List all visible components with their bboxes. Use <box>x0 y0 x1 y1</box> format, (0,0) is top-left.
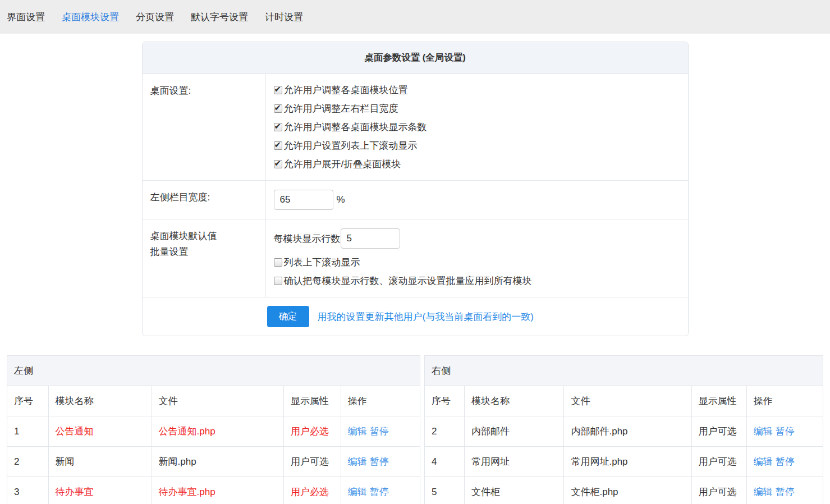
option-list-scroll-display[interactable]: 列表上下滚动显示 <box>274 253 688 272</box>
row-module-defaults: 桌面模块默认值 批量设置 每模块显示行数 列表上下滚动显示 确认把每模块显示行数… <box>143 219 688 297</box>
cell-file: 内部邮件.php <box>564 416 691 447</box>
cell-operations: 编辑暂停 <box>341 447 420 477</box>
checkbox-apply-to-all-modules[interactable] <box>274 277 282 285</box>
pause-link[interactable]: 暂停 <box>776 487 795 497</box>
left-table-title: 左侧 <box>7 356 420 386</box>
cell-file: 公告通知.php <box>152 416 284 447</box>
cell-no: 2 <box>7 447 49 477</box>
edit-link[interactable]: 编辑 <box>348 456 367 467</box>
tab-pagination-settings[interactable]: 分页设置 <box>136 11 174 24</box>
option-allow-adjust-column-width[interactable]: 允许用户调整左右栏目宽度 <box>274 99 688 118</box>
cell-operations: 编辑暂停 <box>341 416 420 447</box>
option-allow-adjust-row-count[interactable]: 允许用户调整各桌面模块显示条数 <box>274 118 688 136</box>
cell-display-attr: 用户可选 <box>691 416 746 447</box>
rows-per-module-input[interactable] <box>341 228 400 249</box>
row-actions: 确定 用我的设置更新其他用户(与我当前桌面看到的一致) <box>143 297 688 336</box>
option-allow-scroll-display[interactable]: 允许用户设置列表上下滚动显示 <box>274 136 688 155</box>
tab-default-font-settings[interactable]: 默认字号设置 <box>191 11 248 24</box>
col-header-attr: 显示属性 <box>284 386 341 416</box>
left-width-input[interactable] <box>274 190 333 210</box>
col-header-file: 文件 <box>152 386 284 416</box>
module-defaults-content: 每模块显示行数 列表上下滚动显示 确认把每模块显示行数、滚动显示设置批量应用到所… <box>266 219 688 297</box>
update-other-users-link[interactable]: 用我的设置更新其他用户(与我当前桌面看到的一致) <box>318 310 534 323</box>
edit-link[interactable]: 编辑 <box>348 426 367 437</box>
checkbox-allow-move-modules[interactable] <box>274 86 282 94</box>
col-header-attr: 显示属性 <box>691 386 746 416</box>
col-header-name: 模块名称 <box>464 386 564 416</box>
option-label: 允许用户调整各桌面模块显示条数 <box>284 121 427 134</box>
edit-link[interactable]: 编辑 <box>754 426 773 437</box>
checkbox-list-scroll-display[interactable] <box>274 258 282 267</box>
checkbox-allow-collapse-modules[interactable] <box>274 160 282 168</box>
option-allow-move-modules[interactable]: 允许用户调整各桌面模块位置 <box>274 81 688 99</box>
edit-link[interactable]: 编辑 <box>348 487 367 497</box>
option-label: 确认把每模块显示行数、滚动显示设置批量应用到所有模块 <box>284 274 532 287</box>
pause-link[interactable]: 暂停 <box>776 456 795 467</box>
left-modules-table: 左侧 序号 模块名称 文件 显示属性 操作 1 公告通知 公告通知.php 用户… <box>7 355 420 504</box>
rows-per-module-label: 每模块显示行数 <box>274 232 341 245</box>
table-row: 5 文件柜 文件柜.php 用户可选 编辑暂停 <box>424 477 823 504</box>
cell-display-attr: 用户可选 <box>691 447 746 477</box>
cell-no: 5 <box>424 477 464 504</box>
checkbox-allow-adjust-row-count[interactable] <box>274 123 282 131</box>
cell-operations: 编辑暂停 <box>746 477 823 504</box>
cell-file: 常用网址.php <box>564 447 691 477</box>
cell-operations: 编辑暂停 <box>746 447 823 477</box>
cell-module-name: 公告通知 <box>48 416 152 447</box>
right-table-title-row: 右侧 <box>424 356 823 386</box>
module-defaults-label-line1: 桌面模块默认值 <box>150 228 265 244</box>
table-row: 3 待办事宜 待办事宜.php 用户必选 编辑暂停 <box>7 477 420 504</box>
checkbox-allow-adjust-column-width[interactable] <box>274 104 282 113</box>
left-width-label: 左侧栏目宽度: <box>143 181 266 219</box>
cell-no: 4 <box>424 447 464 477</box>
right-table-header-row: 序号 模块名称 文件 显示属性 操作 <box>424 386 823 416</box>
pause-link[interactable]: 暂停 <box>776 426 795 437</box>
option-apply-to-all-modules[interactable]: 确认把每模块显示行数、滚动显示设置批量应用到所有模块 <box>274 272 688 290</box>
cell-module-name: 文件柜 <box>464 477 564 504</box>
cell-display-attr: 用户必选 <box>284 416 341 447</box>
cell-display-attr: 用户必选 <box>284 477 341 504</box>
option-label: 允许用户调整左右栏目宽度 <box>284 102 398 115</box>
cell-module-name: 内部邮件 <box>464 416 564 447</box>
pause-link[interactable]: 暂停 <box>370 456 389 467</box>
left-table-title-row: 左侧 <box>7 356 420 386</box>
checkbox-allow-scroll-display[interactable] <box>274 141 282 150</box>
cell-no: 1 <box>7 416 49 447</box>
pause-link[interactable]: 暂停 <box>370 487 389 497</box>
col-header-op: 操作 <box>746 386 823 416</box>
cell-file: 文件柜.php <box>564 477 691 504</box>
row-left-column-width: 左侧栏目宽度: % <box>143 181 688 219</box>
pause-link[interactable]: 暂停 <box>370 426 389 437</box>
col-header-file: 文件 <box>564 386 691 416</box>
right-table-title: 右侧 <box>424 356 823 386</box>
table-row: 2 内部邮件 内部邮件.php 用户可选 编辑暂停 <box>424 416 823 447</box>
cell-module-name: 新闻 <box>48 447 152 477</box>
option-allow-collapse-modules[interactable]: 允许用户展开/折叠桌面模块 <box>274 155 688 173</box>
cell-file: 新闻.php <box>152 447 284 477</box>
cell-operations: 编辑暂停 <box>341 477 420 504</box>
edit-link[interactable]: 编辑 <box>754 487 773 497</box>
col-header-no: 序号 <box>7 386 49 416</box>
table-row: 2 新闻 新闻.php 用户可选 编辑暂停 <box>7 447 420 477</box>
option-label: 列表上下滚动显示 <box>284 256 360 269</box>
desktop-params-panel: 桌面参数设置 (全局设置) 桌面设置: 允许用户调整各桌面模块位置 允许用户调整… <box>142 42 689 336</box>
cell-display-attr: 用户可选 <box>284 447 341 477</box>
cell-module-name: 待办事宜 <box>48 477 152 504</box>
panel-title: 桌面参数设置 (全局设置) <box>143 42 688 74</box>
col-header-op: 操作 <box>341 386 420 416</box>
table-row: 4 常用网址 常用网址.php 用户可选 编辑暂停 <box>424 447 823 477</box>
cell-display-attr: 用户可选 <box>691 477 746 504</box>
left-width-content: % <box>266 181 688 219</box>
cell-no: 2 <box>424 416 464 447</box>
module-defaults-label: 桌面模块默认值 批量设置 <box>143 219 266 297</box>
tab-interface-settings[interactable]: 界面设置 <box>7 11 45 24</box>
tab-desktop-module-settings[interactable]: 桌面模块设置 <box>62 11 119 24</box>
edit-link[interactable]: 编辑 <box>754 456 773 467</box>
row-desktop-settings: 桌面设置: 允许用户调整各桌面模块位置 允许用户调整左右栏目宽度 允许用户调整各… <box>143 74 688 181</box>
desktop-settings-label: 桌面设置: <box>143 74 266 180</box>
module-defaults-label-line2: 批量设置 <box>150 244 265 260</box>
confirm-button[interactable]: 确定 <box>267 306 309 327</box>
cell-no: 3 <box>7 477 49 504</box>
option-label: 允许用户展开/折叠桌面模块 <box>284 158 401 171</box>
tab-timing-settings[interactable]: 计时设置 <box>265 11 303 24</box>
